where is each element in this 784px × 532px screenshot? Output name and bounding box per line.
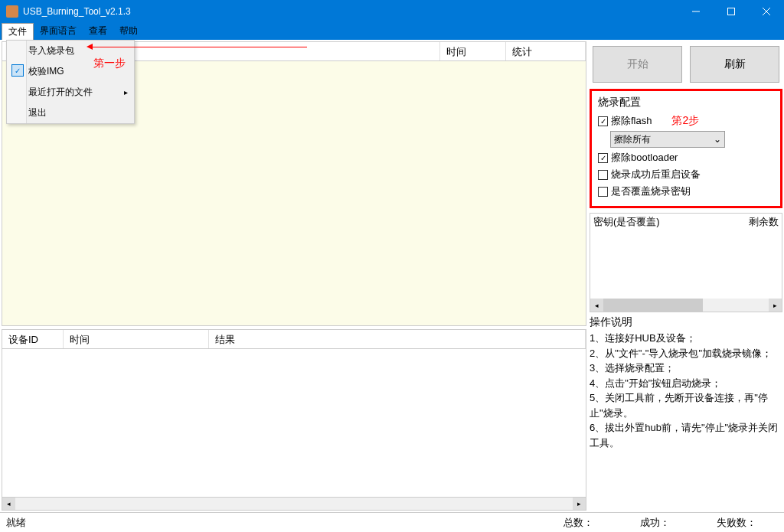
arrow-line bbox=[93, 47, 307, 47]
erase-flash-select[interactable]: 擦除所有 ⌄ bbox=[610, 131, 725, 148]
overwrite-key-label: 是否覆盖烧录密钥 bbox=[611, 184, 691, 198]
erase-flash-checkbox[interactable] bbox=[598, 116, 608, 126]
close-button[interactable] bbox=[749, 0, 784, 23]
button-row: 开始 刷新 bbox=[590, 41, 782, 87]
maximize-button[interactable] bbox=[714, 0, 749, 23]
instructions-body: 1、连接好HUB及设备； 2、从"文件"-"导入烧录包"加载烧录镜像； 3、选择… bbox=[590, 331, 782, 450]
overwrite-key-row: 是否覆盖烧录密钥 bbox=[598, 184, 774, 198]
menu-view[interactable]: 查看 bbox=[83, 23, 113, 40]
scroll-right-icon[interactable]: ▸ bbox=[769, 299, 782, 312]
bottom-th-device: 设备ID bbox=[2, 330, 64, 348]
menu-file[interactable]: 文件 bbox=[2, 23, 34, 40]
status-ready: 就绪 bbox=[6, 516, 26, 530]
keys-box: 密钥(是否覆盖) 剩余数 ◂ ▸ bbox=[590, 213, 782, 312]
keys-header: 密钥(是否覆盖) 剩余数 bbox=[590, 214, 782, 230]
instruction-line: 2、从"文件"-"导入烧录包"加载烧录镜像； bbox=[590, 346, 782, 361]
menu-language[interactable]: 界面语言 bbox=[34, 23, 83, 40]
menu-recent-files[interactable]: 最近打开的文件 ▸ bbox=[7, 82, 134, 103]
bottom-table-header: 设备ID 时间 结果 bbox=[2, 329, 586, 349]
instruction-line: 1、连接好HUB及设备； bbox=[590, 331, 782, 346]
reboot-after-checkbox[interactable] bbox=[598, 170, 608, 180]
erase-bootloader-label: 擦除bootloader bbox=[611, 151, 678, 165]
erase-flash-row: 擦除flash 第2步 bbox=[598, 114, 774, 128]
minimize-icon bbox=[692, 8, 700, 15]
bottom-th-result: 结果 bbox=[209, 330, 586, 348]
erase-flash-select-row: 擦除所有 ⌄ bbox=[598, 131, 774, 148]
arrow-head-icon bbox=[87, 44, 93, 50]
status-total: 总数： bbox=[564, 516, 625, 530]
menu-verify-label: 校验IMG bbox=[28, 65, 64, 78]
keys-hscroll[interactable]: ◂ ▸ bbox=[590, 299, 782, 312]
titlebar: USB_Burning_Tool_v2.1.3 bbox=[0, 0, 784, 23]
app-icon bbox=[6, 5, 18, 18]
bottom-th-time: 时间 bbox=[64, 330, 209, 348]
instructions-box: 操作说明 1、连接好HUB及设备； 2、从"文件"-"导入烧录包"加载烧录镜像；… bbox=[590, 315, 782, 511]
erase-bootloader-row: 擦除bootloader bbox=[598, 151, 774, 165]
status-fail: 失败数： bbox=[717, 516, 778, 530]
chevron-down-icon: ⌄ bbox=[714, 134, 721, 145]
top-th-stat: 统计 bbox=[506, 42, 586, 60]
erase-flash-select-value: 擦除所有 bbox=[614, 133, 651, 146]
scroll-track[interactable] bbox=[603, 299, 769, 312]
keys-body[interactable] bbox=[590, 230, 782, 299]
scroll-thumb[interactable] bbox=[603, 299, 703, 312]
erase-flash-label: 擦除flash bbox=[611, 114, 652, 128]
menu-exit-label: 退出 bbox=[28, 106, 47, 119]
instruction-line: 4、点击"开始"按钮启动烧录； bbox=[590, 376, 782, 391]
scroll-left-icon[interactable]: ◂ bbox=[2, 498, 15, 510]
scroll-right-icon[interactable]: ▸ bbox=[573, 498, 586, 510]
start-button[interactable]: 开始 bbox=[593, 46, 682, 83]
annotation-step2: 第2步 bbox=[671, 114, 699, 128]
menu-exit[interactable]: 退出 bbox=[7, 103, 134, 123]
bottom-table: 设备ID 时间 结果 ◂ ▸ bbox=[2, 329, 586, 511]
instruction-line: 3、选择烧录配置； bbox=[590, 361, 782, 376]
minimize-button[interactable] bbox=[678, 0, 714, 23]
maximize-icon bbox=[727, 8, 735, 15]
right-panel: 开始 刷新 烧录配置 擦除flash 第2步 擦除所有 ⌄ 擦除bootload… bbox=[588, 40, 784, 512]
instruction-line: 5、关闭工具前，先断开设备连接，再"停止"烧录。 bbox=[590, 390, 782, 420]
instructions-title: 操作说明 bbox=[590, 315, 782, 329]
statusbar: 就绪 总数： 成功： 失败数： bbox=[0, 512, 784, 532]
bottom-table-body[interactable] bbox=[2, 349, 586, 498]
top-th-time: 时间 bbox=[440, 42, 506, 60]
chevron-right-icon: ▸ bbox=[124, 88, 128, 96]
menu-help[interactable]: 帮助 bbox=[113, 23, 144, 40]
reboot-after-row: 烧录成功后重启设备 bbox=[598, 168, 774, 181]
status-success: 成功： bbox=[640, 516, 701, 530]
menu-recent-label: 最近打开的文件 bbox=[28, 86, 93, 99]
erase-bootloader-checkbox[interactable] bbox=[598, 153, 608, 163]
keys-col1: 密钥(是否覆盖) bbox=[593, 215, 749, 229]
refresh-button[interactable]: 刷新 bbox=[690, 46, 779, 83]
config-title: 烧录配置 bbox=[598, 96, 774, 109]
overwrite-key-checkbox[interactable] bbox=[598, 187, 608, 197]
menubar: 文件 界面语言 查看 帮助 bbox=[0, 23, 784, 40]
bottom-hscroll[interactable]: ◂ ▸ bbox=[2, 498, 586, 511]
file-dropdown: 导入烧录包 ✓ 校验IMG 最近打开的文件 ▸ 退出 bbox=[6, 40, 135, 124]
burn-config-box: 烧录配置 擦除flash 第2步 擦除所有 ⌄ 擦除bootloader 烧录成… bbox=[590, 89, 782, 208]
svg-rect-1 bbox=[728, 8, 735, 15]
scroll-left-icon[interactable]: ◂ bbox=[590, 299, 603, 312]
check-icon: ✓ bbox=[11, 64, 24, 77]
keys-col2: 剩余数 bbox=[749, 215, 779, 229]
window-controls bbox=[678, 0, 784, 23]
scroll-track[interactable] bbox=[15, 498, 573, 510]
window-title: USB_Burning_Tool_v2.1.3 bbox=[23, 6, 678, 17]
annotation-step1: 第一步 bbox=[93, 57, 126, 70]
instruction-line: 6、拔出外置hub前，请先"停止"烧录并关闭工具。 bbox=[590, 420, 782, 450]
reboot-after-label: 烧录成功后重启设备 bbox=[611, 168, 701, 181]
close-icon bbox=[763, 8, 770, 15]
menu-import-label: 导入烧录包 bbox=[28, 44, 74, 57]
